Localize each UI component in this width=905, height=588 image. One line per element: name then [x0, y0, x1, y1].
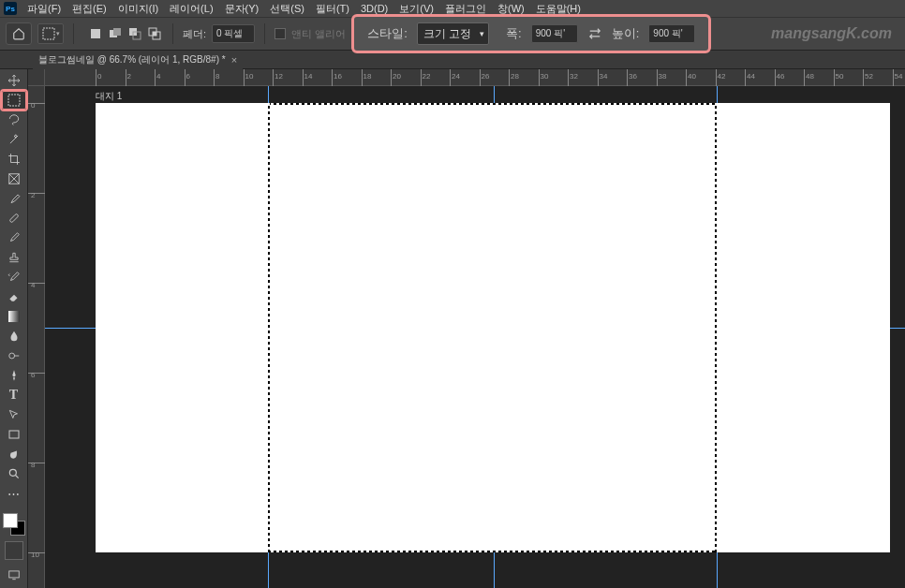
- svg-rect-8: [153, 32, 156, 36]
- tool-history-brush[interactable]: [2, 268, 26, 287]
- ruler-horizontal[interactable]: 0246810121416182022242628303234363840424…: [45, 69, 905, 86]
- menu-select[interactable]: 선택(S): [265, 2, 309, 16]
- lasso-icon: [7, 113, 21, 126]
- menu-type[interactable]: 문자(Y): [220, 2, 264, 16]
- dodge-icon: [7, 349, 21, 362]
- intersect-icon: [148, 27, 161, 40]
- bandage-icon: [7, 212, 21, 225]
- svg-point-15: [9, 469, 16, 476]
- selection-subtract[interactable]: [126, 25, 143, 42]
- width-label: 폭:: [506, 25, 522, 42]
- tool-gradient[interactable]: [2, 307, 26, 326]
- tool-frame[interactable]: [2, 169, 26, 188]
- foreground-color-swatch[interactable]: [3, 513, 18, 528]
- tool-eyedropper[interactable]: [2, 189, 26, 208]
- brush-icon: [7, 231, 21, 244]
- add-icon: [109, 27, 122, 40]
- main-area: T ⋯ 024681012141618202224262830323436384…: [0, 69, 905, 588]
- style-label: 스타일:: [367, 25, 408, 42]
- zoom-icon: [7, 467, 21, 480]
- svg-rect-3: [113, 28, 121, 36]
- droplet-icon: [7, 330, 21, 343]
- separator: [73, 23, 74, 44]
- fixed-size-highlight: 스타일: 크기 고정 폭: 높이:: [351, 14, 711, 53]
- hand-icon: [7, 448, 21, 461]
- svg-rect-12: [8, 311, 20, 322]
- home-button[interactable]: [6, 22, 32, 45]
- marquee-edge: [715, 103, 717, 552]
- tool-healing[interactable]: [2, 209, 26, 228]
- square-icon: [89, 27, 102, 40]
- selection-new[interactable]: [87, 25, 104, 42]
- selection-intersect[interactable]: [146, 25, 163, 42]
- svg-point-13: [8, 353, 14, 359]
- color-swatches[interactable]: [3, 513, 25, 536]
- tool-zoom[interactable]: [2, 464, 26, 483]
- options-bar: ▾ 페더: 앤티 앨리어 스타일: 크기 고정 폭: 높이: mangsangK…: [0, 17, 905, 51]
- eraser-icon: [7, 290, 21, 303]
- menu-layer[interactable]: 레이어(L): [165, 2, 217, 16]
- tool-lasso[interactable]: [2, 110, 26, 129]
- tool-rectangle[interactable]: [2, 425, 26, 444]
- canvas-region[interactable]: 0246810121416182022242628303234363840424…: [28, 69, 905, 588]
- move-icon: [7, 74, 21, 87]
- quickmask-toggle[interactable]: [5, 541, 23, 560]
- frame-icon: [7, 172, 21, 185]
- antialias-checkbox: [274, 28, 286, 39]
- selection-add[interactable]: [107, 25, 124, 42]
- menu-edit[interactable]: 편집(E): [67, 2, 111, 16]
- ruler-corner: [28, 69, 45, 86]
- document-tab-title: 블로그썸네일 @ 66.7% (레이어 1, RGB/8#) *: [38, 53, 226, 66]
- canvas[interactable]: [96, 103, 890, 552]
- subtract-icon: [128, 27, 141, 40]
- marquee-edge: [268, 551, 717, 552]
- feather-label: 페더:: [183, 27, 206, 41]
- tool-stamp[interactable]: [2, 248, 26, 267]
- swap-icon: [587, 27, 602, 40]
- tool-hand[interactable]: [2, 445, 26, 463]
- tool-brush[interactable]: [2, 228, 26, 247]
- height-input[interactable]: [648, 24, 695, 43]
- tool-marquee[interactable]: [2, 91, 26, 110]
- width-input[interactable]: [531, 24, 578, 43]
- tool-dodge[interactable]: [2, 346, 26, 365]
- tool-edit-toolbar[interactable]: ⋯: [2, 484, 26, 503]
- height-label: 높이:: [612, 25, 640, 42]
- history-brush-icon: [7, 271, 21, 284]
- swap-button[interactable]: [587, 27, 602, 40]
- arrow-icon: [7, 408, 21, 421]
- feather-input[interactable]: [212, 24, 255, 43]
- rect-icon: [7, 428, 21, 441]
- marquee-icon: [42, 27, 55, 40]
- home-icon: [12, 27, 25, 40]
- document-tab-bar: 블로그썸네일 @ 66.7% (레이어 1, RGB/8#) * ×: [0, 51, 905, 69]
- ruler-vertical[interactable]: 0246810: [28, 86, 45, 588]
- menu-image[interactable]: 이미지(I): [113, 2, 163, 16]
- tool-blur[interactable]: [2, 327, 26, 345]
- menu-filter[interactable]: 필터(T): [311, 2, 354, 16]
- tool-preset-marquee[interactable]: ▾: [37, 23, 64, 44]
- document-tab[interactable]: 블로그썸네일 @ 66.7% (레이어 1, RGB/8#) * ×: [33, 51, 243, 69]
- tool-type[interactable]: T: [2, 386, 26, 404]
- antialias-label: 앤티 앨리어: [291, 27, 346, 41]
- screen-mode[interactable]: [2, 566, 26, 584]
- tool-eraser[interactable]: [2, 287, 26, 306]
- tool-move[interactable]: [2, 71, 26, 90]
- menu-file[interactable]: 파일(F): [22, 2, 66, 16]
- marquee-selection: [268, 103, 717, 552]
- style-dropdown[interactable]: 크기 고정: [417, 22, 489, 45]
- pen-icon: [7, 369, 21, 382]
- marquee-edge: [268, 103, 270, 552]
- tool-magic-wand[interactable]: [2, 130, 26, 149]
- menu-3d[interactable]: 3D(D): [356, 3, 393, 14]
- crop-icon: [7, 153, 21, 166]
- selection-mode-group: [87, 25, 163, 42]
- tool-pen[interactable]: [2, 366, 26, 385]
- tool-crop[interactable]: [2, 150, 26, 169]
- marquee-edge: [268, 103, 717, 105]
- close-tab-button[interactable]: ×: [231, 54, 237, 66]
- artboard-label[interactable]: 대지 1: [96, 90, 122, 103]
- tool-path-selection[interactable]: [2, 405, 26, 424]
- watermark-text: mangsangK.com: [771, 25, 892, 42]
- gradient-icon: [7, 310, 21, 323]
